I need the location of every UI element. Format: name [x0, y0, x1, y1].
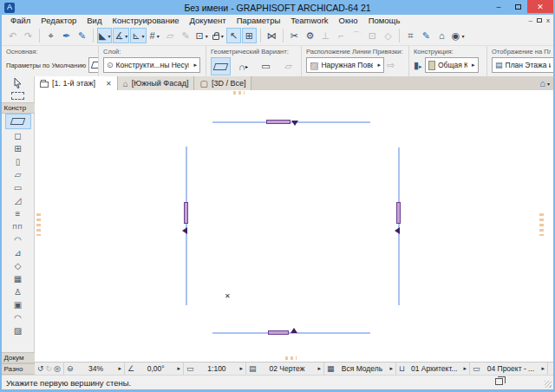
eyedropper-button[interactable]: ✒ [59, 28, 74, 43]
lamp-tool[interactable]: ◠ [5, 311, 31, 324]
scroll-handle-bottom[interactable] [285, 356, 297, 360]
maximize-button[interactable] [508, 0, 527, 13]
resize-button[interactable]: ⊡ [365, 28, 380, 43]
trace-reference-button[interactable]: ⊡▾ [194, 28, 210, 43]
mdi-restore-button[interactable] [537, 18, 542, 23]
mdi-minimize-button[interactable]: – [529, 16, 532, 24]
snap-guides-button[interactable]: ∡▾ [113, 28, 129, 43]
tab-close-icon[interactable]: ✕ [106, 80, 112, 88]
redo-button[interactable]: ↷ [21, 28, 36, 43]
tab-1[interactable]: [1. 1-й этаж]✕ [35, 76, 118, 90]
adjust-button[interactable]: ⚙ [303, 28, 317, 43]
wall-tool[interactable] [5, 114, 31, 129]
dropdown-arrow-icon[interactable]: ▾ [125, 33, 127, 39]
dimension-style-control[interactable]: ▭04 Проект - ...▸ [470, 363, 548, 375]
floor-plan-display-button[interactable]: ▤ План Этажа и Ра... [492, 57, 553, 73]
geometry-chained-wall-button[interactable]: ▭ [256, 57, 276, 75]
resize-grip[interactable] [545, 381, 552, 388]
menu-item-6[interactable]: Параметры [232, 16, 286, 25]
reference-line-button[interactable]: ▨ Наружная Пове... ▸ [306, 57, 384, 73]
previous-view-button[interactable]: ↺ [37, 364, 44, 373]
geometry-rectangle-wall-button[interactable]: ▱ [278, 57, 298, 75]
door-tool[interactable]: ◻ [5, 129, 31, 142]
flyout-arrow-icon[interactable]: ▸ [389, 365, 393, 372]
grid-element-tool[interactable]: ▨ [5, 324, 31, 337]
stair-tool[interactable]: ≡ [5, 207, 31, 220]
window-stack-icon[interactable] [495, 378, 503, 385]
railing-tool[interactable]: ПП [5, 220, 31, 233]
navigator-icon[interactable]: ⌂ [539, 78, 545, 88]
wall-default-settings-button[interactable]: ▾ [88, 57, 99, 73]
suspend-groups-button[interactable]: ↖ [226, 28, 241, 43]
dropdown-arrow-icon[interactable]: ▾ [206, 33, 208, 39]
column-tool[interactable]: ▯ [5, 155, 31, 168]
tab-2[interactable]: ⌂[Южный Фасад] [118, 76, 195, 90]
wall-structure-icon[interactable]: ▮▸ [414, 60, 422, 71]
flyout-arrow-icon[interactable]: ▸ [541, 365, 545, 372]
geometry-straight-wall-button[interactable] [211, 57, 231, 75]
auto-dimension-button[interactable]: ⊞ [242, 28, 257, 43]
wall-left[interactable] [186, 147, 187, 305]
modify-polygon-button[interactable]: ◇ [381, 28, 395, 43]
toolbox-section-label[interactable]: Докум [2, 352, 35, 363]
flip-icon[interactable]: ⇨ [387, 60, 395, 71]
close-button[interactable]: ✕ [527, 0, 553, 13]
dropdown-arrow-icon[interactable]: ▾ [142, 33, 145, 39]
next-view-button[interactable]: ↻ [46, 364, 53, 373]
menu-item-7[interactable]: Teamwork [285, 16, 333, 25]
syringe-button[interactable]: ✎ [75, 28, 89, 43]
morph-tool[interactable]: ◇ [5, 259, 31, 272]
menu-item-2[interactable]: Редактор [36, 16, 82, 25]
arrow-tool[interactable] [5, 76, 31, 89]
beam-tool[interactable]: ▱ [5, 168, 31, 181]
tab-3[interactable]: ▢[3D / Все] [194, 76, 251, 90]
dropdown-arrow-icon[interactable]: ▾ [547, 81, 550, 87]
scroll-handle-left[interactable] [36, 213, 41, 236]
pick-up-parameters-button[interactable]: ⌖ [43, 28, 58, 43]
floor-plan-canvas[interactable]: ✕ [35, 90, 553, 362]
menu-item-1[interactable]: Файл [5, 16, 36, 25]
slab-tool[interactable]: ▭ [5, 181, 31, 194]
guide-lines-button[interactable]: ◣▾ [97, 28, 112, 43]
flyout-arrow-icon[interactable]: ▸ [317, 365, 321, 372]
layer-button[interactable]: ⊙ Конструкти...ны Несущие ▸ [103, 57, 200, 73]
flyout-arrow-icon[interactable]: ▸ [239, 365, 243, 372]
mdi-close-button[interactable]: x [546, 16, 550, 24]
marquee-transfer-button[interactable]: ⋈ [264, 28, 279, 43]
menu-item-3[interactable]: Вид [82, 16, 107, 25]
zoom-to-selection-button[interactable]: ◎ [54, 364, 61, 373]
menu-item-4[interactable]: Конструирование [107, 16, 184, 25]
grid-snap-button[interactable]: #▾ [147, 28, 162, 43]
eraser-button[interactable]: ▱ [163, 28, 178, 43]
toolbox-section-label[interactable]: Констр [2, 102, 35, 114]
toolbox-section-label[interactable]: Разно [2, 363, 35, 375]
fillet-button[interactable]: ⌒ [349, 28, 364, 43]
camera-button[interactable]: ◉▾ [450, 28, 467, 43]
edit-grid-button[interactable]: ⌗ [403, 28, 418, 43]
orientation-control[interactable]: ∠0,00°▸ [125, 363, 184, 375]
flyout-arrow-icon[interactable]: ▸ [118, 365, 121, 372]
lock-button[interactable]: ▾ [211, 28, 225, 43]
mesh-tool[interactable]: ▦ [5, 272, 31, 285]
intersect-button[interactable]: ⌐ [334, 28, 349, 43]
undo-button[interactable]: ↶ [5, 28, 20, 43]
scale-control[interactable]: ▭1:100▸ [184, 363, 246, 375]
pen-set-control[interactable]: ⊔01 Архитект...▸ [396, 363, 470, 375]
menu-item-8[interactable]: Окно [334, 16, 363, 25]
menu-item-9[interactable]: Помощь [363, 16, 406, 25]
wall-right[interactable] [398, 147, 400, 305]
model-view-options-control[interactable]: ▦Вся Модель▸ [324, 363, 396, 375]
dropdown-arrow-icon[interactable]: ▾ [157, 33, 160, 39]
dropdown-arrow-icon[interactable]: ▾ [221, 33, 224, 39]
split-button[interactable]: ✂ [287, 28, 302, 43]
menu-item-5[interactable]: Документ [184, 16, 231, 25]
zone-tool[interactable]: ▣ [5, 298, 31, 311]
shell-tool[interactable]: ◠ [5, 233, 31, 246]
flyout-arrow-icon[interactable]: ▸ [463, 365, 467, 372]
roof-tool[interactable]: ◿ [5, 194, 31, 207]
feather-button[interactable]: ✎ [179, 28, 193, 43]
flyout-arrow-icon[interactable]: ▸ [177, 365, 180, 372]
minimize-button[interactable]: – [489, 0, 508, 13]
layer-combination-control[interactable]: ▤02 Чертеж▸ [246, 363, 324, 375]
dropdown-arrow-icon[interactable]: ▾ [461, 33, 464, 39]
